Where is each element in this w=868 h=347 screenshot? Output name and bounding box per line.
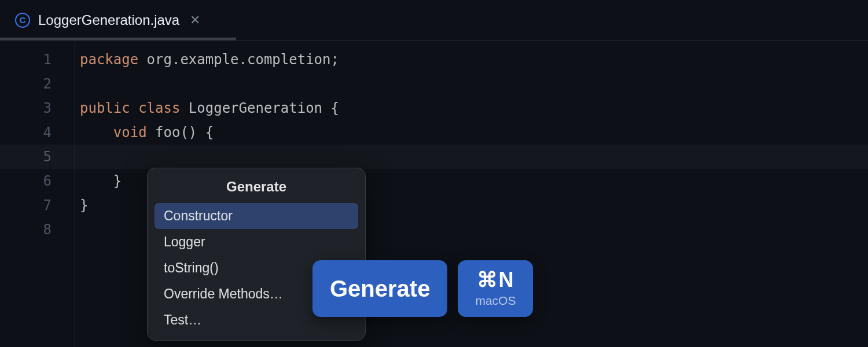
shortcut-keys: ⌘N <box>477 270 514 290</box>
line-number: 8 <box>0 217 75 242</box>
code-line <box>75 72 868 96</box>
close-icon[interactable]: ✕ <box>187 12 203 29</box>
platform-label: macOS <box>475 294 516 308</box>
shortcut-hint: Generate ⌘N macOS <box>312 260 533 317</box>
line-number: 1 <box>0 47 75 72</box>
popup-title: Generate <box>148 168 365 203</box>
popup-item-constructor[interactable]: Constructor <box>155 203 358 229</box>
line-number: 3 <box>0 96 75 120</box>
line-number: 2 <box>0 72 75 96</box>
action-pill: Generate <box>312 260 447 317</box>
line-number: 7 <box>0 193 75 217</box>
line-number: 4 <box>0 120 75 145</box>
line-number: 6 <box>0 169 75 193</box>
gutter: 1 2 3 4 5 6 7 8 <box>0 40 75 347</box>
current-line-highlight <box>0 145 868 169</box>
popup-item-logger[interactable]: Logger <box>155 229 358 255</box>
class-file-icon: C <box>15 13 30 28</box>
shortcut-pill: ⌘N macOS <box>458 260 533 317</box>
code-line: package org.example.completion; <box>75 47 868 72</box>
tab-bar: C LoggerGeneration.java ✕ <box>0 0 868 40</box>
action-label: Generate <box>330 277 430 300</box>
code-line: void foo() { <box>75 120 868 145</box>
tab-filename: LoggerGeneration.java <box>38 12 179 28</box>
code-line: public class LoggerGeneration { <box>75 96 868 120</box>
editor-tab[interactable]: C LoggerGeneration.java ✕ <box>0 0 218 40</box>
